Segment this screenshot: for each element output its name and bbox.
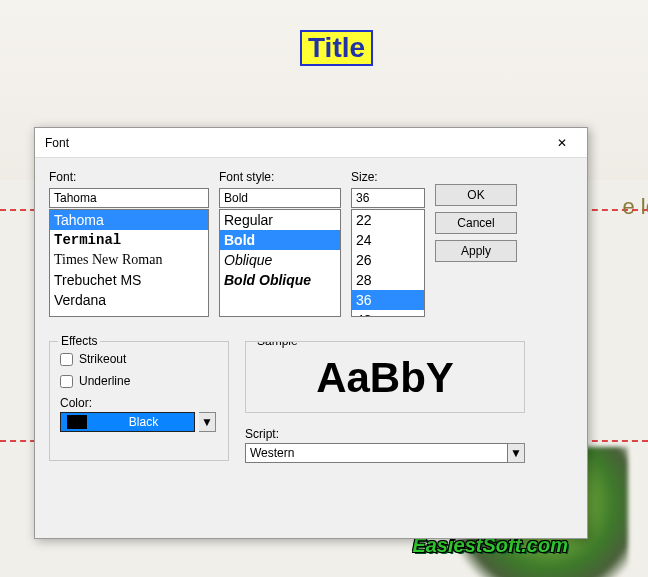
close-icon: ✕ bbox=[557, 136, 567, 150]
list-item[interactable]: Regular bbox=[220, 210, 340, 230]
list-item[interactable]: Verdana bbox=[50, 290, 208, 310]
color-name: Black bbox=[93, 415, 194, 429]
font-label: Font: bbox=[49, 170, 209, 184]
strikeout-checkbox[interactable] bbox=[60, 353, 73, 366]
titlebar: Font ✕ bbox=[35, 128, 587, 158]
close-button[interactable]: ✕ bbox=[541, 131, 583, 155]
sample-group: Sample AaBbY bbox=[245, 341, 525, 413]
list-item[interactable]: Bold bbox=[220, 230, 340, 250]
script-dropdown-button[interactable]: ▼ bbox=[508, 443, 525, 463]
list-item[interactable]: 28 bbox=[352, 270, 424, 290]
underline-checkbox[interactable] bbox=[60, 375, 73, 388]
list-item[interactable]: 36 bbox=[352, 290, 424, 310]
list-item[interactable]: Times New Roman bbox=[50, 250, 208, 270]
dialog-title: Font bbox=[45, 136, 541, 150]
underline-label: Underline bbox=[79, 374, 130, 388]
script-combo[interactable] bbox=[245, 443, 508, 463]
color-dropdown-button[interactable]: ▼ bbox=[199, 412, 216, 432]
effects-group: Effects Strikeout Underline Color: Black… bbox=[49, 341, 229, 461]
color-label: Color: bbox=[60, 396, 218, 410]
list-item[interactable]: Tahoma bbox=[50, 210, 208, 230]
size-list[interactable]: 22 24 26 28 36 48 72 bbox=[351, 209, 425, 317]
style-input[interactable] bbox=[219, 188, 341, 208]
list-item[interactable]: Bold Oblique bbox=[220, 270, 340, 290]
sample-legend: Sample bbox=[254, 341, 301, 348]
style-label: Font style: bbox=[219, 170, 341, 184]
list-item[interactable]: 48 bbox=[352, 310, 424, 317]
list-item[interactable]: Terminal bbox=[50, 230, 208, 250]
font-dialog: Font ✕ Font: Tahoma Terminal Times New R… bbox=[34, 127, 588, 539]
apply-button[interactable]: Apply bbox=[435, 240, 517, 262]
cancel-button[interactable]: Cancel bbox=[435, 212, 517, 234]
color-swatch bbox=[67, 415, 87, 429]
title-box[interactable]: Title bbox=[300, 30, 373, 66]
ok-button[interactable]: OK bbox=[435, 184, 517, 206]
script-label: Script: bbox=[245, 427, 525, 441]
color-combo[interactable]: Black bbox=[60, 412, 195, 432]
list-item[interactable]: 26 bbox=[352, 250, 424, 270]
font-list[interactable]: Tahoma Terminal Times New Roman Trebuche… bbox=[49, 209, 209, 317]
size-label: Size: bbox=[351, 170, 425, 184]
style-list[interactable]: Regular Bold Oblique Bold Oblique bbox=[219, 209, 341, 317]
size-input[interactable] bbox=[351, 188, 425, 208]
list-item[interactable]: 24 bbox=[352, 230, 424, 250]
bg-text-right: e le bbox=[623, 194, 648, 220]
chevron-down-icon: ▼ bbox=[510, 446, 522, 460]
strikeout-label: Strikeout bbox=[79, 352, 126, 366]
underline-row[interactable]: Underline bbox=[60, 374, 218, 388]
list-item[interactable]: Trebuchet MS bbox=[50, 270, 208, 290]
sample-text: AaBbY bbox=[316, 354, 454, 402]
list-item[interactable]: 22 bbox=[352, 210, 424, 230]
list-item[interactable]: Oblique bbox=[220, 250, 340, 270]
font-input[interactable] bbox=[49, 188, 209, 208]
chevron-down-icon: ▼ bbox=[201, 415, 213, 429]
effects-legend: Effects bbox=[58, 334, 100, 348]
strikeout-row[interactable]: Strikeout bbox=[60, 352, 218, 366]
